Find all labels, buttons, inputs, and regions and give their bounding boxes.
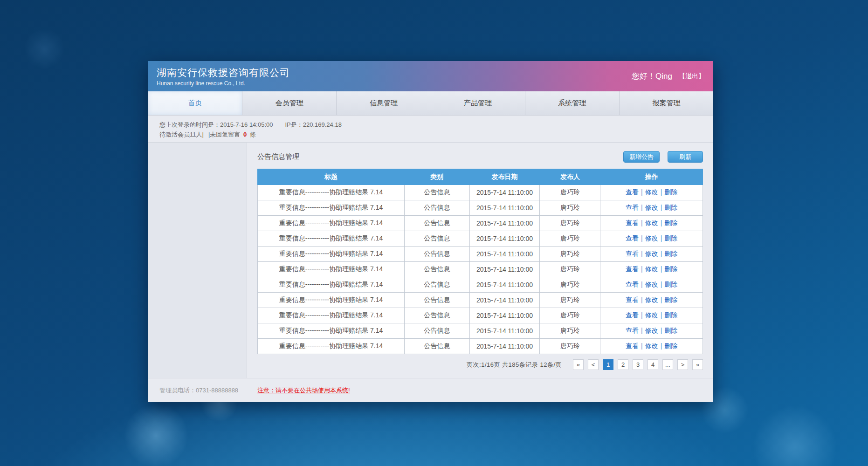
- table-row: 重要信息-----------协助理赔结果 7.14公告信息2015-7-14 …: [258, 277, 703, 293]
- publish-date: 2015-7-14 11:10:00: [469, 323, 540, 339]
- nav-tab-product-management[interactable]: 产品管理: [431, 91, 525, 115]
- nav-tab-system-management[interactable]: 系统管理: [525, 91, 620, 115]
- view-link[interactable]: 查看: [626, 327, 639, 334]
- view-link[interactable]: 查看: [626, 188, 639, 196]
- app-footer: 管理员电话：0731-88888888 注意：请不要在公共场使用本系统!: [148, 378, 713, 402]
- publish-date: 2015-7-14 11:10:00: [469, 308, 540, 323]
- publisher-name: 唐巧玲: [540, 308, 600, 323]
- action-separator: |: [661, 311, 662, 319]
- delete-link[interactable]: 删除: [664, 281, 677, 288]
- edit-link[interactable]: 修改: [645, 204, 658, 211]
- company-name: 湖南安行保救援咨询有限公司: [157, 66, 290, 79]
- nav-tab-member-management[interactable]: 会员管理: [242, 91, 337, 115]
- announcement-category: 公告信息: [405, 293, 469, 308]
- delete-link[interactable]: 删除: [664, 250, 677, 257]
- ip-text: IP是：220.169.24.18: [285, 121, 341, 128]
- last-page-button[interactable]: »: [692, 359, 703, 370]
- row-actions: 查看|修改|删除: [600, 323, 703, 339]
- row-actions: 查看|修改|删除: [600, 277, 703, 293]
- delete-link[interactable]: 删除: [664, 327, 677, 334]
- delete-link[interactable]: 删除: [664, 204, 677, 211]
- view-link[interactable]: 查看: [626, 265, 639, 273]
- delete-link[interactable]: 删除: [664, 296, 677, 303]
- table-row: 重要信息-----------协助理赔结果 7.14公告信息2015-7-14 …: [258, 262, 703, 277]
- publisher-name: 唐巧玲: [540, 262, 600, 277]
- page-button-2[interactable]: 2: [618, 359, 628, 370]
- edit-link[interactable]: 修改: [645, 265, 658, 273]
- edit-link[interactable]: 修改: [645, 250, 658, 257]
- edit-link[interactable]: 修改: [645, 219, 658, 226]
- announcement-category: 公告信息: [405, 323, 469, 339]
- edit-link[interactable]: 修改: [645, 281, 658, 288]
- edit-link[interactable]: 修改: [645, 342, 658, 350]
- view-link[interactable]: 查看: [626, 250, 639, 257]
- announcement-category: 公告信息: [405, 185, 469, 200]
- action-separator: |: [641, 281, 643, 288]
- row-actions: 查看|修改|删除: [600, 216, 703, 231]
- view-link[interactable]: 查看: [626, 219, 639, 226]
- table-row: 重要信息-----------协助理赔结果 7.14公告信息2015-7-14 …: [258, 247, 703, 262]
- action-separator: |: [661, 188, 662, 196]
- announcement-category: 公告信息: [405, 216, 469, 231]
- publisher-name: 唐巧玲: [540, 200, 600, 216]
- prev-page-button[interactable]: <: [588, 359, 599, 370]
- announcement-title: 重要信息-----------协助理赔结果 7.14: [258, 200, 405, 216]
- column-header: 标题: [258, 169, 405, 185]
- page-button-3[interactable]: 3: [633, 359, 643, 370]
- publish-date: 2015-7-14 11:10:00: [469, 277, 540, 293]
- publish-date: 2015-7-14 11:10:00: [469, 231, 540, 247]
- action-separator: |: [641, 234, 643, 242]
- edit-link[interactable]: 修改: [645, 234, 658, 242]
- view-link[interactable]: 查看: [626, 296, 639, 303]
- publish-date: 2015-7-14 11:10:00: [469, 247, 540, 262]
- action-separator: |: [661, 281, 662, 288]
- view-link[interactable]: 查看: [626, 311, 639, 319]
- last-login-text: 您上次登录的时间是：2015-7-16 14:05:00: [159, 121, 273, 128]
- delete-link[interactable]: 删除: [664, 234, 677, 242]
- refresh-button[interactable]: 刷新: [668, 151, 703, 163]
- delete-link[interactable]: 删除: [664, 219, 677, 226]
- view-link[interactable]: 查看: [626, 281, 639, 288]
- edit-link[interactable]: 修改: [645, 188, 658, 196]
- table-header-row: 标题类别发布日期发布人操作: [258, 169, 703, 185]
- nav-tab-case-report-management[interactable]: 报案管理: [620, 91, 713, 115]
- delete-link[interactable]: 删除: [664, 342, 677, 350]
- unreplied-count-badge: 0: [242, 131, 248, 138]
- delete-link[interactable]: 删除: [664, 188, 677, 196]
- publisher-name: 唐巧玲: [540, 339, 600, 354]
- action-separator: |: [661, 342, 662, 350]
- edit-link[interactable]: 修改: [645, 296, 658, 303]
- delete-link[interactable]: 删除: [664, 265, 677, 273]
- logout-button[interactable]: 【退出】: [679, 72, 705, 81]
- content-header: 公告信息管理 新增公告 刷新: [257, 151, 703, 163]
- action-separator: |: [641, 296, 643, 303]
- next-page-button[interactable]: >: [677, 359, 688, 370]
- table-row: 重要信息-----------协助理赔结果 7.14公告信息2015-7-14 …: [258, 185, 703, 200]
- page-button-1[interactable]: 1: [603, 359, 613, 370]
- view-link[interactable]: 查看: [626, 204, 639, 211]
- ellipsis-button[interactable]: ...: [662, 359, 673, 370]
- announcement-title: 重要信息-----------协助理赔结果 7.14: [258, 247, 405, 262]
- unreplied-unit: 條: [250, 131, 256, 138]
- edit-link[interactable]: 修改: [645, 327, 658, 334]
- view-link[interactable]: 查看: [626, 342, 639, 350]
- nav-tab-information-management[interactable]: 信息管理: [337, 91, 431, 115]
- table-row: 重要信息-----------协助理赔结果 7.14公告信息2015-7-14 …: [258, 200, 703, 216]
- first-page-button[interactable]: «: [573, 359, 584, 370]
- company-block: 湖南安行保救援咨询有限公司 Hunan security line rescue…: [157, 66, 290, 87]
- action-separator: |: [641, 250, 643, 257]
- view-link[interactable]: 查看: [626, 234, 639, 242]
- nav-tab-home[interactable]: 首页: [148, 91, 242, 115]
- edit-link[interactable]: 修改: [645, 311, 658, 319]
- page-button-4[interactable]: 4: [648, 359, 658, 370]
- table-row: 重要信息-----------协助理赔结果 7.14公告信息2015-7-14 …: [258, 231, 703, 247]
- announcement-title: 重要信息-----------协助理赔结果 7.14: [258, 231, 405, 247]
- row-actions: 查看|修改|删除: [600, 339, 703, 354]
- publisher-name: 唐巧玲: [540, 323, 600, 339]
- delete-link[interactable]: 删除: [664, 311, 677, 319]
- announcement-category: 公告信息: [405, 231, 469, 247]
- publish-date: 2015-7-14 11:10:00: [469, 293, 540, 308]
- add-announcement-button[interactable]: 新增公告: [623, 151, 660, 163]
- announcement-title: 重要信息-----------协助理赔结果 7.14: [258, 293, 405, 308]
- action-separator: |: [661, 250, 662, 257]
